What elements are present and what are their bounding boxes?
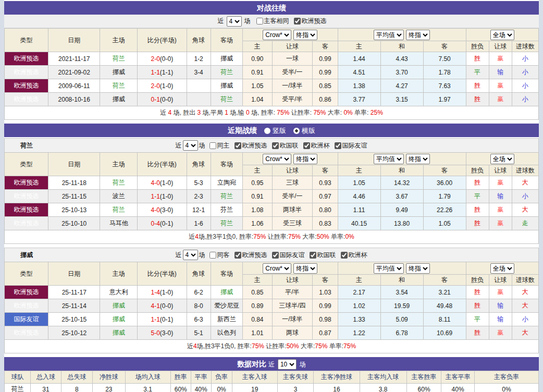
summary-segment: 75% <box>313 109 326 116</box>
full-score: 1-4 <box>151 289 160 296</box>
odds-home-cell: 1.05 <box>243 79 272 93</box>
no-average-select[interactable]: 平均值 <box>374 263 404 274</box>
sub-col-header: 让球 <box>272 41 313 52</box>
filter-checkbox-label: 欧洲预选 <box>242 141 267 150</box>
corner-cell: 8-0 <box>187 299 211 313</box>
summary-segment: 场,胜3平1负0, 胜率: <box>197 342 252 350</box>
nl-filter-checkbox-1[interactable] <box>235 142 241 149</box>
odds-home-cell: 1.06 <box>243 217 272 230</box>
no-filter-checkbox-2[interactable] <box>272 252 279 259</box>
h2h-filter-row: 近4场主客相同欧洲预选 <box>4 15 539 28</box>
odds-away-cell: 1.03 <box>313 286 338 299</box>
nl-bookmaker-select[interactable]: Crow* <box>263 154 291 164</box>
match-type-cell: 国际友谊 <box>5 313 48 326</box>
avg-draw-cell: 4.43 <box>380 52 423 66</box>
summary-segment: 大率: <box>299 342 315 350</box>
nl-final-index-select-2[interactable]: 终指 <box>406 154 430 164</box>
nl-scope-select[interactable]: 全场 <box>490 154 514 164</box>
summary-segment: 75% <box>277 109 289 116</box>
odds-home-cell: 0.95 <box>243 176 272 190</box>
col-header: 比分(半场) <box>138 153 187 176</box>
no-scope-select[interactable]: 全场 <box>490 263 514 274</box>
h2h-match-count-select[interactable]: 4 <box>227 16 242 27</box>
filter-checkbox-label: 国际友谊 <box>342 141 367 150</box>
h2h-filter-checkbox-0[interactable] <box>256 18 263 24</box>
col-header: 主场 <box>100 153 138 176</box>
no-filter-checkbox-3[interactable] <box>310 252 316 259</box>
odds-home-cell: 1.01 <box>243 326 272 340</box>
h2h-filter-checkbox-1[interactable] <box>294 18 301 24</box>
h2h-final-index-select[interactable]: 终指 <box>293 30 317 40</box>
h2h-bookmaker-select[interactable]: Crow* <box>263 30 291 40</box>
nl-filter-checkbox-0[interactable] <box>209 142 216 149</box>
compare-suffix: 场 <box>300 361 306 368</box>
sub-col-header: 客 <box>313 165 338 176</box>
result-goals-cell: 小 <box>512 93 538 106</box>
away-team-cell: 荷兰 <box>211 93 243 106</box>
result-goals-cell: 小 <box>512 66 538 79</box>
summary-segment: 大率: <box>326 109 343 116</box>
corner-cell: 6-3 <box>187 313 211 326</box>
summary-cell: 近4场,胜3平1负0, 胜率:75% 让胜率:75% 大率:50% 单率:0% <box>5 230 539 244</box>
odds-home-cell: 1.04 <box>243 93 272 106</box>
date-cell: 25-11-15 <box>48 190 100 203</box>
avg-home-cell: 1.38 <box>338 79 380 93</box>
nl-filter-checkbox-2[interactable] <box>272 142 279 149</box>
away-team-bar: 挪威 近4场同客欧洲预选国际友谊欧国联欧洲杯 <box>4 248 539 262</box>
no-match-count-select[interactable]: 4 <box>183 250 198 260</box>
match-row: 欧洲预选25-10-10马耳他0-4(0-1)1-6荷兰1.06受三球0.834… <box>5 217 539 230</box>
summary-segment: 单率: <box>353 109 371 116</box>
odds-handicap-cell: 受三球 <box>272 217 313 230</box>
filter-suffix-label: 场 <box>244 17 251 26</box>
header-row: 类型日期主场比分(半场)角球客场Crow*终指平均值终指全场 <box>5 262 539 275</box>
avg-draw-cell: 14.32 <box>380 176 423 190</box>
home-team-label: 荷兰 <box>20 141 33 150</box>
half-score: (0-1) <box>160 316 173 323</box>
odds-handicap-cell: 一/球半 <box>272 313 313 326</box>
no-filter-checkbox-0[interactable] <box>209 252 216 259</box>
avg-draw-cell: 6.78 <box>380 326 423 340</box>
no-bookmaker-select[interactable]: Crow* <box>263 263 291 274</box>
score-cell: 4-0(1-0) <box>138 176 187 190</box>
compare-value-cell: 60% <box>406 384 441 392</box>
layout-radio-vertical[interactable] <box>264 128 270 134</box>
compare-count-select[interactable]: 10 <box>278 359 297 370</box>
nl-average-select[interactable]: 平均值 <box>374 154 404 164</box>
layout-radio-horizontal-label: 横版 <box>302 127 315 134</box>
avg-draw-cell: 3.67 <box>380 190 423 203</box>
home-team-cell: 挪威 <box>100 93 138 106</box>
odds-away-cell: 0.85 <box>313 79 338 93</box>
no-filter-checkbox-1[interactable] <box>235 252 241 259</box>
away-team-cell: 芬兰 <box>211 203 243 217</box>
scope-group-header: 全场 <box>466 153 538 165</box>
nl-filter-checkbox-4[interactable] <box>335 142 341 149</box>
match-type-cell: 欧洲预选 <box>5 217 48 230</box>
match-row: 欧洲预选2009-06-11荷兰2-0(1-0)挪威1.05一/球半0.851.… <box>5 79 539 93</box>
sub-col-header: 胜负 <box>466 41 489 52</box>
result-goals-cell: 小 <box>512 190 538 203</box>
result-outcome-cell: 胜 <box>466 203 489 217</box>
no-final-index-select-2[interactable]: 终指 <box>406 263 430 274</box>
layout-radio-horizontal[interactable] <box>293 128 300 134</box>
nl-filter-checkbox-3[interactable] <box>303 142 310 149</box>
nl-match-count-select[interactable]: 4 <box>183 140 198 151</box>
no-final-index-select[interactable]: 终指 <box>293 263 317 274</box>
summary-segment: 4 <box>193 342 197 350</box>
avg-away-cell: 1.05 <box>423 217 466 230</box>
date-cell: 2021-09-02 <box>48 66 100 79</box>
full-score: 4-1 <box>151 302 160 310</box>
h2h-scope-select[interactable]: 全场 <box>490 30 514 40</box>
result-handicap-cell: 赢 <box>489 203 512 217</box>
filter-suffix-label: 场 <box>199 251 205 260</box>
result-outcome-cell: 胜 <box>466 217 489 230</box>
result-handicap-cell: 输 <box>489 299 512 313</box>
match-row: 国际友谊25-10-15挪威1-1(0-1)6-3新西兰0.84一/球半0.98… <box>5 313 539 326</box>
no-filter-checkbox-4[interactable] <box>341 252 348 259</box>
nl-final-index-select[interactable]: 终指 <box>293 154 317 164</box>
h2h-average-select[interactable]: 平均值 <box>374 30 404 40</box>
layout-radio-vertical-label: 竖版 <box>273 127 286 134</box>
sub-col-header: 让球 <box>272 165 313 176</box>
date-cell: 25-10-15 <box>48 313 100 326</box>
h2h-final-index-select-2[interactable]: 终指 <box>406 30 430 40</box>
avg-away-cell: 8.11 <box>423 313 466 326</box>
